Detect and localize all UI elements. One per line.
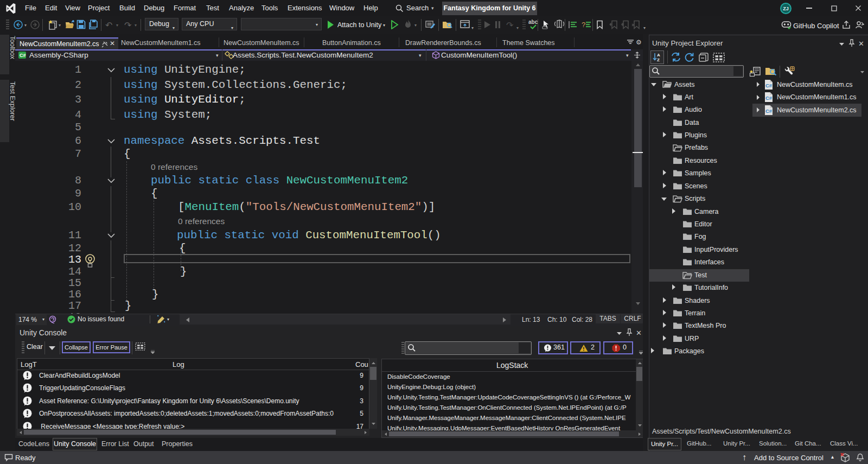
svg-text:Z: Z <box>657 58 660 62</box>
svg-text:?: ? <box>582 21 585 29</box>
svg-text:C#: C# <box>765 108 773 114</box>
svg-text:C#: C# <box>765 95 773 101</box>
svg-text:C#: C# <box>765 82 773 88</box>
svg-text:C#: C# <box>20 53 26 58</box>
svg-text:A: A <box>657 53 660 58</box>
svg-text:abc: abc <box>528 19 538 25</box>
